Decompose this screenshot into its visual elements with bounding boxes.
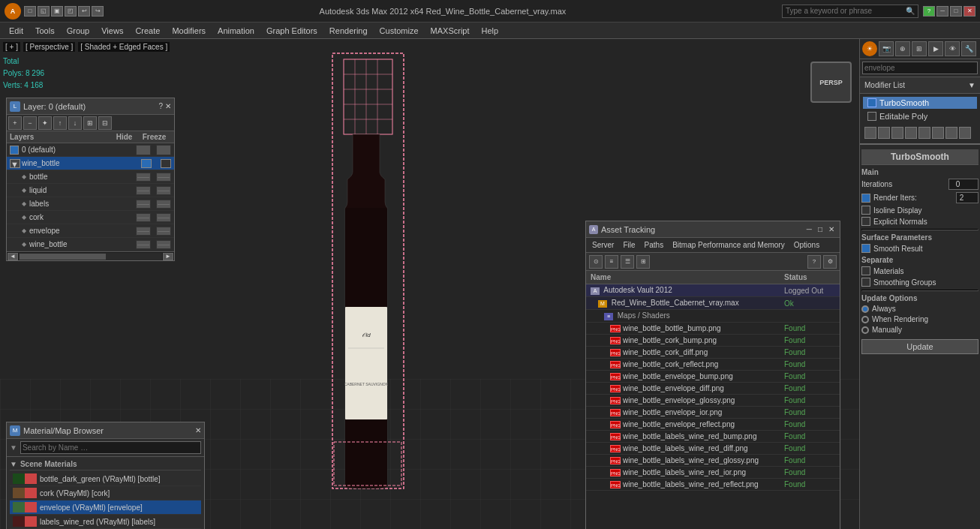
viewport[interactable]: [ + ] [ Perspective ] [ Shaded + Edged F…	[0, 39, 859, 529]
asset-row-item[interactable]: PNGwine_bottle_cork_bump.png Found	[586, 335, 840, 347]
menu-tools[interactable]: Tools	[29, 25, 61, 37]
asset-tb-btn-3[interactable]: ☰	[621, 255, 634, 269]
layer-help-button[interactable]: ?	[158, 102, 163, 110]
layer-row[interactable]: 0 (default)	[7, 143, 174, 157]
asset-maximize-btn[interactable]: □	[816, 225, 825, 233]
asset-row-item[interactable]: PNGwine_bottle_cork_reflect.png Found	[586, 359, 840, 371]
rp-sun-icon[interactable]: ☀	[862, 41, 877, 56]
asset-row-file[interactable]: M Red_Wine_Bottle_Cabernet_vray.max Ok	[586, 297, 840, 310]
rp-display-icon[interactable]: 👁	[945, 41, 960, 56]
mat-item-0[interactable]: bottle_dark_green (VRayMtl) [bottle]	[10, 472, 201, 486]
menu-create[interactable]: Create	[129, 25, 166, 37]
asset-row-item[interactable]: PNGwine_bottle_labels_wine_red_bump.png …	[586, 431, 840, 443]
rp-search-input[interactable]	[862, 62, 978, 74]
menu-help[interactable]: Help	[476, 25, 505, 37]
layer-row[interactable]: ◆ cork —— ——	[7, 211, 174, 224]
menu-graph-editors[interactable]: Graph Editors	[260, 25, 323, 37]
asset-menu-server[interactable]: Server	[588, 239, 618, 251]
rp-motion-icon[interactable]: ▶	[928, 41, 943, 56]
menu-views[interactable]: Views	[95, 25, 129, 37]
asset-row-item[interactable]: PNGwine_bottle_envelope_bump.png Found	[586, 371, 840, 383]
asset-row-item[interactable]: PNGwine_bottle_labels_wine_red_reflect.p…	[586, 479, 840, 491]
modifier-entry-turbosmooth[interactable]: TurboSmooth	[863, 97, 977, 109]
menu-rendering[interactable]: Rendering	[323, 25, 374, 37]
toolbar-icon-6[interactable]: ↪	[92, 6, 104, 17]
ts-when-rendering-radio[interactable]	[861, 316, 869, 323]
ts-manually-radio[interactable]	[861, 326, 869, 334]
asset-minimize-btn[interactable]: ─	[804, 225, 814, 233]
ts-update-button[interactable]: Update	[861, 339, 978, 354]
maximize-button[interactable]: □	[950, 6, 962, 17]
layer-row-selected[interactable]: ▼ wine_bottle	[7, 157, 174, 170]
layer-row[interactable]: ◆ labels —— ——	[7, 197, 174, 211]
asset-table-container[interactable]: Name Status A Autodesk Vault 2012 Logged…	[586, 271, 840, 529]
scroll-right[interactable]: ►	[163, 253, 173, 260]
rp-utility-icon[interactable]: 🔧	[961, 41, 976, 56]
layer-close-button[interactable]: ✕	[165, 102, 171, 110]
asset-menu-file[interactable]: File	[618, 239, 639, 251]
persp-cube[interactable]: PERSP	[810, 62, 852, 103]
asset-row-item[interactable]: PNGwine_bottle_envelope_glossy.png Found	[586, 395, 840, 407]
scroll-left[interactable]: ◄	[8, 253, 18, 260]
menu-modifiers[interactable]: Modifiers	[166, 25, 212, 37]
asset-tb-btn-2[interactable]: ≡	[605, 255, 618, 269]
layer-del-btn[interactable]: −	[23, 116, 37, 130]
asset-row-item[interactable]: PNGwine_bottle_envelope_diff.png Found	[586, 383, 840, 395]
asset-tb-btn-4[interactable]: ⊞	[636, 255, 650, 269]
asset-row-vault[interactable]: A Autodesk Vault 2012 Logged Out	[586, 284, 840, 297]
ts-explicit-check[interactable]	[861, 217, 870, 226]
ts-iterations-input[interactable]	[948, 179, 978, 190]
minimize-button[interactable]: ─	[936, 6, 948, 17]
asset-menu-options[interactable]: Options	[789, 239, 824, 251]
ts-render-check[interactable]	[861, 194, 870, 203]
layer-row[interactable]: ◆ liquid —— ——	[7, 184, 174, 197]
rp-modifier-icon[interactable]: ⊕	[895, 41, 910, 56]
asset-row-item[interactable]: PNGwine_bottle_bottle_bump.png Found	[586, 323, 840, 335]
rp-camera-icon[interactable]: 📷	[879, 41, 894, 56]
asset-menu-bitmap[interactable]: Bitmap Performance and Memory	[668, 239, 789, 251]
layer-expand-btn[interactable]: ⊞	[83, 116, 97, 130]
toolbar-icon-2[interactable]: ◱	[38, 6, 50, 17]
menu-customize[interactable]: Customize	[374, 25, 425, 37]
mat-search-input[interactable]	[20, 441, 201, 454]
mat-item-3[interactable]: labels_wine_red (VRayMtl) [labels]	[10, 515, 201, 529]
ts-smoothing-check[interactable]	[861, 278, 870, 287]
layer-new-btn[interactable]: +	[8, 116, 22, 130]
ts-materials-check[interactable]	[861, 266, 870, 275]
scroll-track[interactable]	[19, 253, 162, 260]
layer-move2-btn[interactable]: ↓	[68, 116, 82, 130]
asset-row-item[interactable]: PNGwine_bottle_labels_wine_red_glossy.pn…	[586, 455, 840, 467]
ts-smooth-check[interactable]	[861, 244, 870, 253]
menu-maxscript[interactable]: MAXScript	[425, 25, 476, 37]
mat-item-1[interactable]: cork (VRayMtl) [cork]	[10, 486, 201, 500]
layer-row[interactable]: ◆ bottle —— ——	[7, 170, 174, 184]
layer-collapse-btn[interactable]: ⊟	[98, 116, 112, 130]
toolbar-icon-5[interactable]: ↩	[78, 6, 90, 17]
toolbar-icon-4[interactable]: ◰	[65, 6, 77, 17]
mat-item-2-selected[interactable]: envelope (VRayMtl) [envelope]	[10, 500, 201, 515]
ts-isoline-check[interactable]	[861, 206, 870, 215]
asset-tb-btn-help[interactable]: ?	[807, 255, 821, 269]
layer-select-btn[interactable]: ✦	[38, 116, 52, 130]
close-button[interactable]: ✕	[963, 6, 975, 17]
asset-tb-btn-settings[interactable]: ⚙	[823, 255, 837, 269]
toolbar-icon-3[interactable]: ▣	[51, 6, 63, 17]
rp-hierarchy-icon[interactable]: ⊞	[912, 41, 927, 56]
modifier-entry-editpoly[interactable]: Editable Poly	[863, 110, 977, 122]
asset-row-item[interactable]: PNGwine_bottle_envelope_ior.png Found	[586, 407, 840, 419]
asset-row-maps[interactable]: ≡ Maps / Shaders	[586, 310, 840, 323]
search-input[interactable]	[786, 7, 906, 15]
asset-tb-btn-1[interactable]: ⊙	[589, 255, 603, 269]
help-icon[interactable]: ?	[923, 6, 935, 17]
menu-animation[interactable]: Animation	[212, 25, 260, 37]
layer-scrollbar[interactable]: ◄ ►	[7, 251, 174, 260]
asset-menu-paths[interactable]: Paths	[640, 239, 669, 251]
asset-row-item[interactable]: PNGwine_bottle_labels_wine_red_ior.png F…	[586, 467, 840, 479]
asset-close-btn[interactable]: ✕	[826, 225, 837, 233]
layer-row[interactable]: ◆ envelope —— ——	[7, 224, 174, 238]
menu-group[interactable]: Group	[61, 25, 96, 37]
ts-render-input[interactable]	[956, 192, 978, 203]
asset-row-item[interactable]: PNGwine_bottle_envelope_reflect.png Foun…	[586, 419, 840, 431]
asset-row-item[interactable]: PNGwine_bottle_cork_diff.png Found	[586, 347, 840, 359]
mat-close-button[interactable]: ✕	[195, 426, 201, 434]
